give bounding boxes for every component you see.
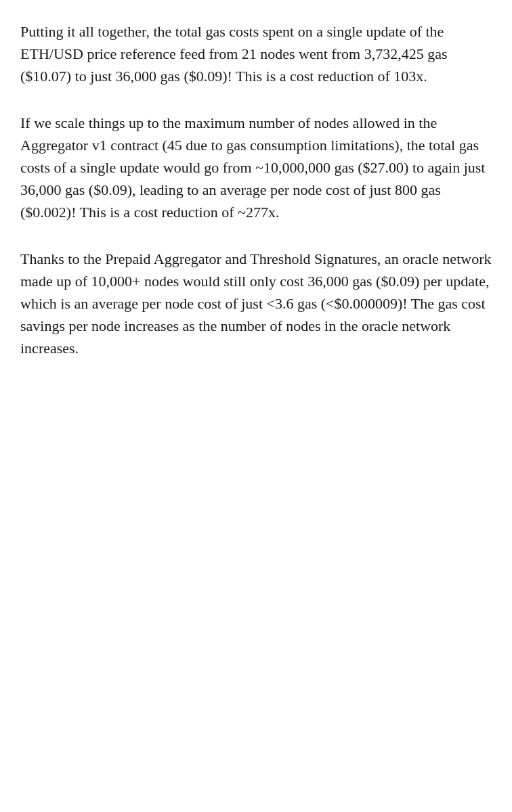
paragraph-1: Putting it all together, the total gas c… bbox=[20, 20, 492, 87]
paragraph-2: If we scale things up to the maximum num… bbox=[20, 112, 492, 223]
paragraph-3: Thanks to the Prepaid Aggregator and Thr… bbox=[20, 248, 492, 359]
content-area: Putting it all together, the total gas c… bbox=[20, 20, 492, 359]
